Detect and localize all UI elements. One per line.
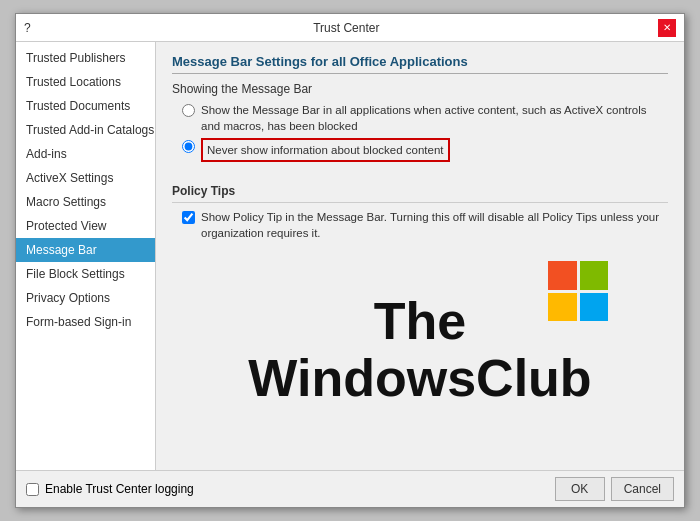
radio-show-messagebar[interactable] [182,104,195,117]
logo-tile-tr [580,261,609,290]
radio-group: Show the Message Bar in all applications… [182,102,668,166]
sidebar-item-trusted-addin-catalogs[interactable]: Trusted Add-in Catalogs [16,118,155,142]
dialog-title: Trust Center [35,21,658,35]
sidebar-item-trusted-documents[interactable]: Trusted Documents [16,94,155,118]
policy-tips-title: Policy Tips [172,184,668,203]
title-bar: ? Trust Center ✕ [16,14,684,42]
logging-checkbox[interactable] [26,483,39,496]
sidebar-item-add-ins[interactable]: Add-ins [16,142,155,166]
ok-button[interactable]: OK [555,477,605,501]
watermark-text: The WindowsClub [248,293,591,407]
bottom-buttons: OK Cancel [555,477,674,501]
dialog-body: Trusted Publishers Trusted Locations Tru… [16,42,684,470]
watermark-area: The WindowsClub [172,241,668,458]
logo-tile-tl [548,261,577,290]
sidebar-item-message-bar[interactable]: Message Bar [16,238,155,262]
showing-bar-label: Showing the Message Bar [172,82,668,96]
logging-check: Enable Trust Center logging [26,482,194,496]
logo-grid [548,261,608,321]
watermark-line2: WindowsClub [248,349,591,407]
watermark-line1: The [374,292,466,350]
help-button[interactable]: ? [24,21,31,35]
windows-logo [548,261,608,321]
radio-show-label: Show the Message Bar in all applications… [201,102,668,134]
title-bar-controls: ✕ [658,19,676,37]
logo-tile-br [580,293,609,322]
trust-center-dialog: ? Trust Center ✕ Trusted Publishers Trus… [15,13,685,508]
policy-tips-checkbox[interactable] [182,211,195,224]
radio-item-never: Never show information about blocked con… [182,138,668,162]
logging-label: Enable Trust Center logging [45,482,194,496]
cancel-button[interactable]: Cancel [611,477,674,501]
radio-never-show[interactable] [182,140,195,153]
sidebar-item-file-block-settings[interactable]: File Block Settings [16,262,155,286]
logo-tile-bl [548,293,577,322]
highlighted-text: Never show information about blocked con… [201,138,450,162]
sidebar-item-form-based-signin[interactable]: Form-based Sign-in [16,310,155,334]
sidebar-item-privacy-options[interactable]: Privacy Options [16,286,155,310]
main-content: Message Bar Settings for all Office Appl… [156,42,684,470]
sidebar-item-trusted-publishers[interactable]: Trusted Publishers [16,46,155,70]
section-title: Message Bar Settings for all Office Appl… [172,54,668,74]
sidebar: Trusted Publishers Trusted Locations Tru… [16,42,156,470]
close-button[interactable]: ✕ [658,19,676,37]
policy-section: Policy Tips Show Policy Tip in the Messa… [172,184,668,241]
bottom-bar: Enable Trust Center logging OK Cancel [16,470,684,507]
sidebar-item-activex-settings[interactable]: ActiveX Settings [16,166,155,190]
sidebar-item-trusted-locations[interactable]: Trusted Locations [16,70,155,94]
sidebar-item-macro-settings[interactable]: Macro Settings [16,190,155,214]
sidebar-item-protected-view[interactable]: Protected View [16,214,155,238]
policy-tips-checkbox-item: Show Policy Tip in the Message Bar. Turn… [182,209,668,241]
policy-tips-label: Show Policy Tip in the Message Bar. Turn… [201,209,668,241]
radio-never-label: Never show information about blocked con… [201,138,450,162]
radio-item-show: Show the Message Bar in all applications… [182,102,668,134]
